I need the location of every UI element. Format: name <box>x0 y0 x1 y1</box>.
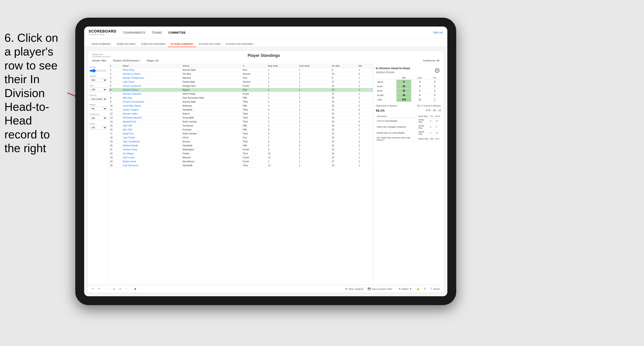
table-row[interactable]: 14 Maxwell Ford North Carolina Third 3 3… <box>109 120 373 124</box>
player-yr: First <box>242 68 267 72</box>
player-no-rds: 27 <box>330 160 357 164</box>
save-icon: 💾 <box>368 287 371 290</box>
table-row[interactable]: 17 David Ford North Carolina Third 3 5 2… <box>109 132 373 136</box>
player-yr: Third <box>242 140 267 144</box>
col-school: School <box>181 64 242 68</box>
conference-select[interactable]: (All) <box>90 116 107 120</box>
table-row[interactable]: 9 Preston Summerhays Arizona State Third… <box>109 100 373 104</box>
t-pos: 4 <box>429 118 434 124</box>
player-win: 1 <box>357 76 373 80</box>
table-row[interactable]: 21 Taehoon Song Washington Fourth 6 3 23… <box>109 148 373 152</box>
copy-button[interactable]: ⎘ <box>112 287 116 291</box>
player-conf-rank: 1 <box>298 124 330 128</box>
main-content: Update time: 27/03/2024 16:56:26 Player … <box>84 47 447 296</box>
h2h-row: 26-50 22 4 1 <box>376 89 441 93</box>
table-row[interactable]: 5 Christo Lamprecht Georgia Tech Fourth … <box>109 84 373 88</box>
standings-table: # Player School Yr Reg. Rank Conf. Rank … <box>109 64 373 168</box>
year-select[interactable]: (All) <box>90 88 107 92</box>
player-no-rds: 24 <box>330 96 357 100</box>
table-row[interactable]: 7 Nicholas Gabrelcik North Florida Fourt… <box>109 92 373 96</box>
table-row[interactable]: 25 Cole Sherwood Vanderbilt Third 12 1 2… <box>109 164 373 168</box>
gender-select[interactable]: Men <box>90 78 107 82</box>
filter-sidebar: No Rds. Gender Men Year <box>88 64 109 285</box>
sub-nav-player-h2h-grid[interactable]: PLAYER H2H GRID <box>196 41 223 47</box>
table-row[interactable]: 10 Jacob Mac Diesen Arkansas Fifth 4 1 2… <box>109 104 373 108</box>
watch-button[interactable]: 👁 Watch ▼ <box>397 287 413 291</box>
paste-button[interactable]: ⎙ <box>118 287 122 291</box>
player-select[interactable]: (All) <box>90 126 107 130</box>
region-filter: Region: All <box>146 59 158 62</box>
h2h-tie: 1 <box>428 98 441 102</box>
gender-filter-label: Gender <box>90 75 107 77</box>
forward-button[interactable]: → <box>103 287 108 291</box>
table-row[interactable]: 18 Luke Powell UCLA First 1 1 24 1 <box>109 136 373 140</box>
h2h-tie: 2 <box>428 80 441 84</box>
player-name: Jake Hall <box>122 124 181 128</box>
player-yr: Fourth <box>242 160 267 164</box>
sub-nav-team-h2h-heatmap[interactable]: TEAM H2H HEATMAP <box>138 41 168 47</box>
table-row[interactable]: 3 Michael Thorbjornsen Stanford First 2 … <box>109 76 373 80</box>
nav-committee[interactable]: COMMITTEE <box>168 30 186 35</box>
table-row[interactable]: 20 Matthew Riedel Vanderbilt Fifth 5 5 2… <box>109 144 373 148</box>
refresh-button[interactable]: ◉ <box>133 287 138 291</box>
sign-out-link[interactable]: Sign out <box>433 31 443 34</box>
player-yr: Second <box>242 72 267 76</box>
player-no-rds: 30 <box>330 116 357 120</box>
division-filter-label: Division <box>90 94 107 96</box>
rounds-slider[interactable] <box>90 69 107 72</box>
player-win: 1 <box>357 136 373 140</box>
player-school: East Tennessee State <box>181 96 242 100</box>
player-reg-rank: 3 <box>267 132 298 136</box>
player-reg-rank: 4 <box>267 108 298 112</box>
h2h-close-button[interactable]: ✕ <box>435 68 439 73</box>
player-no-rds: 27 <box>330 80 357 84</box>
table-row[interactable]: 1 Wenyi Ding Arizona State First 1 1 8 1 <box>109 68 373 72</box>
table-row[interactable]: 24 Bastien Amat New Mexico Fourth 1 1 27… <box>109 160 373 164</box>
table-row[interactable]: 23 Jack Lundin Missouri Fourth 11 1 24 1 <box>109 156 373 160</box>
table-row[interactable]: 12 Brendan Valles Auburn Third 1 1 24 0 <box>109 112 373 116</box>
report-body: No Rds. Gender Men Year <box>88 64 444 285</box>
player-school: Florida State <box>181 80 242 84</box>
tablet-frame: SCOREBOARD Powered by clippi TOURNAMENTS… <box>75 18 456 305</box>
division-select[interactable]: NCAA Division I <box>90 97 107 101</box>
player-name: Nicholas Gabrelcik <box>122 92 181 96</box>
table-area: # Player School Yr Reg. Rank Conf. Rank … <box>109 64 373 285</box>
player-yr: Fifth <box>242 144 267 148</box>
report-header: Update time: 27/03/2024 16:56:26 Player … <box>88 51 444 64</box>
player-rank: 2 <box>109 72 122 76</box>
view-original-button[interactable]: 👁 View: Original <box>344 287 365 291</box>
nav-bar: SCOREBOARD Powered by clippi TOURNAMENTS… <box>84 26 447 39</box>
nav-teams[interactable]: TEAMS <box>152 30 162 35</box>
share-button[interactable]: ⇧ Share <box>429 287 441 291</box>
options-button[interactable]: ⋯ <box>124 287 129 291</box>
sub-nav-team-h2h-grid[interactable]: TEAM H2H GRID <box>114 41 138 47</box>
table-row[interactable]: 13 Phichaksn Maichon Texas A&M Third 6 2… <box>109 116 373 120</box>
player-reg-rank: 12 <box>267 164 298 168</box>
player-rank: 20 <box>109 144 122 148</box>
table-row[interactable]: 11 Gordon Sargent Vanderbilt Third 4 2 2… <box>109 108 373 112</box>
table-row[interactable]: 19 Tiger Christensen Arizona Third 8 3 2… <box>109 140 373 144</box>
tournament-row: Fallan Oak Collegiate Invitational Strok… <box>376 124 441 130</box>
region-select[interactable]: N/a <box>90 107 107 111</box>
table-row[interactable]: 16 Alex Goff Kentucky Fifth 8 1 19 0 <box>109 128 373 132</box>
player-win: 1 <box>357 152 373 156</box>
table-row[interactable]: 8 Mats Ege East Tennessee State Fifth 1 … <box>109 96 373 100</box>
table-row[interactable]: 2 Michael La Sasso Ole Miss Second 1 1 1… <box>109 72 373 76</box>
table-row[interactable]: 4 Luke Claton Florida State Second 1 1 2… <box>109 80 373 84</box>
sub-nav-player-h2h-heatmap[interactable]: PLAYER H2H HEATMAP <box>223 41 256 47</box>
table-row[interactable]: 22 Ian Gilligan Florida Third 10 2 24 1 <box>109 152 373 156</box>
t-col-score: Score <box>434 115 441 118</box>
table-row[interactable]: 6 Jackson Koivun Auburn First 1 1 23 1 <box>109 88 373 92</box>
undo-button[interactable]: ↶ <box>90 287 95 291</box>
save-custom-button[interactable]: 💾 Save Custom View <box>366 287 394 291</box>
grid-button[interactable]: ☷ <box>422 287 428 291</box>
sub-nav-team-summary[interactable]: TEAM SUMMARY <box>88 41 114 47</box>
nav-tournaments[interactable]: TOURNAMENTS <box>123 30 145 35</box>
table-row[interactable]: 15 Jake Hall Tennessee Fifth 2 1 18 0 <box>109 124 373 128</box>
thumbs-button[interactable]: 👍 <box>415 287 421 291</box>
player-school: North Florida <box>181 92 242 96</box>
redo-button[interactable]: ↷ <box>97 287 102 291</box>
player-win: 2 <box>357 80 373 84</box>
h2h-win: 22 <box>396 89 411 93</box>
sub-nav-player-summary[interactable]: PLAYER SUMMARY <box>168 41 196 47</box>
